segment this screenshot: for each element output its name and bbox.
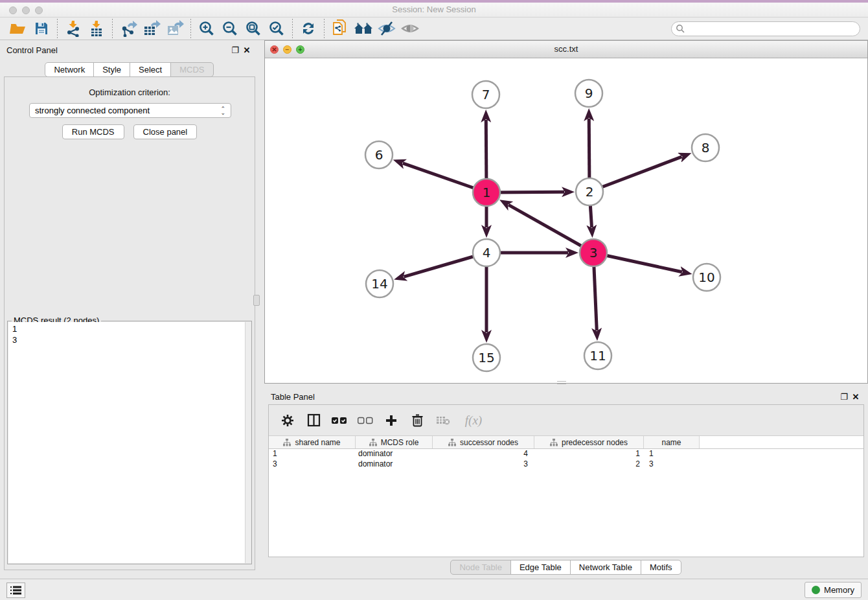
zoom-fit-button[interactable] xyxy=(242,18,265,39)
search-field[interactable] xyxy=(671,21,860,36)
table-tabs: Node Table Edge Table Network Table Moti… xyxy=(264,560,868,575)
tab-mcds[interactable]: MCDS xyxy=(170,62,213,77)
table-panel: Table Panel ❐ ✕ xyxy=(264,389,868,579)
delete-column-button[interactable] xyxy=(407,411,427,430)
table-cell[interactable]: 3 xyxy=(269,459,356,470)
optimization-select[interactable]: strongly connected component ⌃⌄ xyxy=(29,103,231,118)
refresh-button[interactable] xyxy=(297,18,320,39)
search-input[interactable] xyxy=(685,23,860,35)
main-toolbar xyxy=(0,17,868,40)
task-history-button[interactable] xyxy=(6,583,25,598)
column-header-label: predecessor nodes xyxy=(562,438,628,447)
tab-network-table[interactable]: Network Table xyxy=(570,560,641,575)
zoom-out-button[interactable] xyxy=(218,18,242,39)
delete-table-button[interactable] xyxy=(433,411,453,430)
table-cell[interactable]: 1 xyxy=(534,449,644,459)
table-cell[interactable]: dominator xyxy=(356,459,433,470)
table-close-icon[interactable]: ✕ xyxy=(850,392,862,402)
tab-style[interactable]: Style xyxy=(93,62,130,77)
network-canvas[interactable]: 7968124314101511 xyxy=(265,58,867,383)
columns-icon xyxy=(307,413,321,427)
vertical-splitter-handle[interactable] xyxy=(253,295,260,306)
show-hide-button[interactable] xyxy=(398,18,422,39)
tab-network[interactable]: Network xyxy=(45,62,94,77)
column-header-name[interactable]: name xyxy=(644,436,700,448)
table-row[interactable]: 3dominator323 xyxy=(269,459,863,470)
tab-motifs[interactable]: Motifs xyxy=(641,560,681,575)
home-button[interactable] xyxy=(352,18,375,39)
table-cell[interactable]: 1 xyxy=(269,449,356,459)
function-builder-button[interactable]: f(x) xyxy=(459,411,488,430)
table-cell[interactable]: dominator xyxy=(356,449,433,459)
horizontal-splitter-handle[interactable] xyxy=(557,381,566,384)
split-columns-button[interactable] xyxy=(304,411,323,430)
eye-slash-icon xyxy=(378,21,396,36)
float-panel-icon[interactable]: ❐ xyxy=(229,45,241,55)
hide-graphics-details-button[interactable] xyxy=(375,18,398,39)
attribute-icon xyxy=(283,439,291,446)
gear-icon xyxy=(281,414,294,427)
column-header-label: name xyxy=(661,438,681,447)
tab-edge-table[interactable]: Edge Table xyxy=(510,560,571,575)
export-table-button[interactable] xyxy=(140,18,163,39)
table-cell[interactable]: 3 xyxy=(433,459,534,470)
deselect-all-columns-button[interactable] xyxy=(356,411,375,430)
column-header-shared-name[interactable]: shared name xyxy=(269,436,356,448)
eye-icon xyxy=(401,21,419,36)
export-image-button[interactable] xyxy=(163,18,187,39)
mcds-result-scrollbar[interactable] xyxy=(245,322,251,563)
table-row[interactable]: 1dominator411 xyxy=(269,449,863,459)
run-mcds-button[interactable]: Run MCDS xyxy=(62,124,124,139)
table-toolbar: f(x) xyxy=(269,405,863,435)
open-session-button[interactable] xyxy=(6,18,30,39)
table-cell[interactable]: 4 xyxy=(433,449,534,459)
column-header-predecessor-nodes[interactable]: predecessor nodes xyxy=(534,436,644,448)
table-cell[interactable]: 1 xyxy=(644,449,700,459)
graph-node-label-2: 2 xyxy=(586,184,594,200)
column-header-successor-nodes[interactable]: successor nodes xyxy=(433,436,534,448)
export-image-icon xyxy=(166,20,184,37)
graph-node-label-15: 15 xyxy=(478,350,494,365)
network-window-titlebar[interactable]: ✕ − + scc.txt xyxy=(265,41,867,58)
optimization-label: Optimization criterion: xyxy=(5,87,255,97)
select-all-columns-button[interactable] xyxy=(330,411,349,430)
table-cell[interactable]: 2 xyxy=(534,459,644,470)
tab-node-table[interactable]: Node Table xyxy=(450,560,511,575)
table-float-icon[interactable]: ❐ xyxy=(838,392,850,402)
toolbar-separator xyxy=(112,19,113,38)
import-network-button[interactable] xyxy=(62,18,85,39)
mcds-result-box: MCDS result (2 nodes) 1 3 xyxy=(7,321,252,564)
tab-select[interactable]: Select xyxy=(130,62,171,77)
column-header-label: MCDS role xyxy=(381,438,419,447)
search-icon xyxy=(676,24,685,34)
memory-button[interactable]: Memory xyxy=(805,582,862,598)
toolbar-separator xyxy=(57,19,58,38)
import-table-button[interactable] xyxy=(85,18,108,39)
graph-edge-2-8[interactable] xyxy=(589,157,682,192)
export-network-button[interactable] xyxy=(117,18,140,39)
graph-edge-3-1[interactable] xyxy=(508,205,593,253)
clone-network-button[interactable] xyxy=(328,18,352,39)
table-settings-button[interactable] xyxy=(278,411,297,430)
save-icon xyxy=(34,21,49,36)
save-session-button[interactable] xyxy=(30,18,53,39)
mcds-result-text[interactable]: 1 3 xyxy=(8,322,251,563)
export-table-icon xyxy=(143,20,161,37)
zoom-selected-button[interactable] xyxy=(265,18,288,39)
control-panel-title: Control Panel xyxy=(6,45,229,55)
graph-node-label-1: 1 xyxy=(483,185,491,200)
graph-node-label-4: 4 xyxy=(483,245,491,260)
zoom-in-button[interactable] xyxy=(195,18,218,39)
import-network-icon xyxy=(65,20,82,37)
graph-node-label-8: 8 xyxy=(702,140,710,156)
close-panel-icon[interactable]: ✕ xyxy=(241,45,253,55)
select-stepper-icon: ⌃⌄ xyxy=(220,107,225,115)
memory-label: Memory xyxy=(824,585,854,595)
graph-node-label-11: 11 xyxy=(589,348,606,363)
table-cell[interactable]: 3 xyxy=(644,459,700,470)
column-header-MCDS-role[interactable]: MCDS role xyxy=(356,436,433,448)
close-panel-button[interactable]: Close panel xyxy=(133,124,198,139)
create-column-button[interactable] xyxy=(382,411,401,430)
attribute-icon xyxy=(369,439,377,446)
control-panel: Control Panel ❐ ✕ Network Style Select M… xyxy=(0,40,259,579)
